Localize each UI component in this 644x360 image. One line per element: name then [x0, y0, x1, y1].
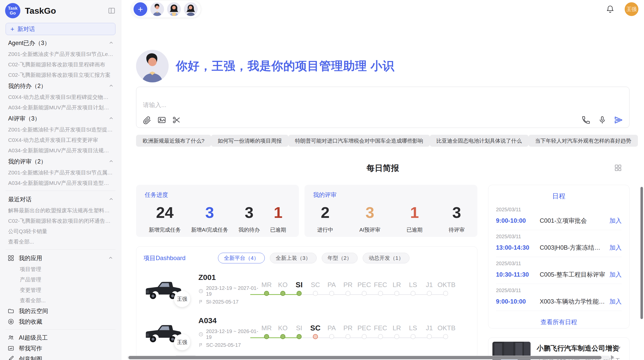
section-header-my-review[interactable]: 我的评审（2）: [5, 156, 116, 167]
schedule-item: 2025/03/11 13:00-14:30 C003|H0B-方案冻结评审 加…: [496, 230, 622, 257]
milestone-node: J1: [421, 323, 437, 342]
sidebar-item-help-me-write[interactable]: 帮我写作: [5, 343, 116, 354]
chevron-up-icon: [108, 197, 114, 202]
milestone-label: J1: [421, 323, 437, 333]
milestone-node: SC: [307, 279, 324, 298]
sidebar-item-my-apps[interactable]: 我的应用: [5, 252, 116, 264]
tab-new-platform[interactable]: 全新平台（4）: [218, 253, 265, 263]
join-meeting-link[interactable]: 加入: [609, 217, 622, 225]
milestone-chain: MR KO SI SC PA PR PEC FEC LR LS J1 OKTB: [258, 279, 470, 298]
sidebar-item[interactable]: A034-全新新能源MUV产品开发项目计划变更表编写: [5, 102, 116, 113]
schedule-title: 日程: [496, 192, 622, 201]
sidebar-item[interactable]: Z001-全新燃油皮卡产品开发项目SI节点Lesson Learn报告: [5, 49, 116, 59]
help-me-write-label: 帮我写作: [19, 344, 42, 352]
stat-label: 进行中: [317, 226, 333, 233]
stat-new-completed: 24 新增完成任务: [149, 203, 181, 233]
send-icon[interactable]: [614, 115, 623, 125]
view-all-schedules-link[interactable]: 查看所有日程: [496, 318, 622, 326]
image-upload-icon[interactable]: [157, 115, 166, 125]
section-header-agent-done[interactable]: Agent已办（3）: [5, 37, 116, 49]
sidebar-item[interactable]: C0X4-动力总成开发项目SI里程碑提交物检查: [5, 92, 116, 102]
sidebar-item-project-mgmt[interactable]: 项目管理: [5, 264, 116, 274]
milestone-node: PA: [324, 279, 340, 298]
agent-avatar-3[interactable]: [184, 2, 198, 16]
scroll-down-arrow-icon[interactable]: [616, 347, 621, 350]
suggestion-chip[interactable]: 比亚迪全固态电池计划具体说了什么: [430, 135, 529, 147]
my-review-title: 我的评审: [313, 191, 469, 199]
sidebar-item-change-mgmt[interactable]: 变更管理: [5, 285, 116, 295]
sidebar-item[interactable]: C02-飞腾新能源轻客改款项目立项汇报方案: [5, 70, 116, 80]
section-header-recent-chats[interactable]: 最近对话: [5, 193, 116, 205]
notification-bell-icon[interactable]: [606, 5, 614, 13]
sidebar-item-view-all-chats[interactable]: 查看全部...: [5, 236, 116, 247]
collapse-sidebar-icon[interactable]: [107, 6, 116, 15]
agent-avatar-2[interactable]: [167, 2, 181, 16]
sidebar-item-cloud-space[interactable]: 我的云空间: [5, 306, 116, 316]
milestone-dot: [345, 334, 350, 339]
tab-powertrain[interactable]: 动总开发（1）: [363, 253, 409, 263]
sidebar-item[interactable]: A034-全新新能源MUV产品开发项目造型可行性评审: [5, 178, 116, 188]
suggestion-chip[interactable]: 当下年轻人对汽车外观有怎样的喜好趋势: [529, 135, 638, 147]
join-meeting-link[interactable]: 加入: [609, 244, 622, 252]
sidebar-item-creative-drawing[interactable]: 创意制图: [5, 354, 116, 360]
greeting-section: 你好，王强，我是你的项目管理助理 小识: [136, 50, 394, 82]
sidebar-item[interactable]: C0X4-动力总成开发项目工程变更评审: [5, 135, 116, 145]
section-header-ai-review[interactable]: AI评审（3）: [5, 113, 116, 124]
sidebar-item[interactable]: A034-全新新能源MUV产品开发项目法规符合性评审: [5, 145, 116, 156]
horizontal-scrollbar-thumb[interactable]: [128, 356, 602, 359]
suggestion-chip[interactable]: 特朗普可能对进口汽车增税会对中国车企造成哪些影响: [288, 135, 430, 147]
project-owner-badge: 王强: [174, 334, 190, 350]
sidebar-item[interactable]: C02-飞腾新能源轻客改款项目里程碑画布: [5, 59, 116, 70]
milestone-label: SI: [291, 279, 307, 290]
tab-new-body[interactable]: 全新上装（3）: [270, 253, 317, 263]
milestone-dot: [443, 291, 448, 296]
scroll-right-arrow-icon[interactable]: [611, 355, 614, 359]
user-avatar[interactable]: 王强: [625, 2, 638, 16]
vertical-scrollbar-thumb[interactable]: [640, 187, 643, 319]
new-chat-button[interactable]: + 新对话: [6, 23, 115, 35]
milestone-node: LR: [389, 323, 405, 342]
pen-icon: [8, 356, 14, 360]
sidebar-item[interactable]: Z001-全新燃油轻卡产品开发项目SI节点属性5D文件评审: [5, 167, 116, 178]
sidebar-item[interactable]: 公司Q3轻卡销量: [5, 226, 116, 236]
tab-model-year[interactable]: 年型（2）: [322, 253, 358, 263]
suggestion-chip[interactable]: 如何写一份清晰的项目周报: [211, 135, 288, 147]
sidebar-item-view-all-apps[interactable]: 查看全部...: [5, 295, 116, 306]
project-daterange: 2023-12-19 ~ 2026-01-19: [198, 328, 258, 340]
microphone-icon[interactable]: [598, 115, 607, 125]
milestone-node: MR: [258, 323, 275, 342]
apps-grid-icon: [8, 255, 14, 261]
schedule-time: 9:00-10:00: [496, 298, 540, 305]
section-title: Agent已办（3）: [8, 39, 50, 47]
section-header-my-todo[interactable]: 我的待办（2）: [5, 80, 116, 92]
daily-brief-header: 每日简报: [136, 161, 630, 175]
sidebar-item[interactable]: Z001-全新燃油轻卡产品开发项目SI造型提交物评审: [5, 124, 116, 135]
chevron-up-icon: [108, 83, 114, 89]
phone-call-icon[interactable]: [581, 115, 591, 125]
agent-avatar-1[interactable]: [150, 2, 164, 16]
attachment-icon[interactable]: [142, 115, 152, 125]
suggestion-chip[interactable]: 欧洲新规最近颁布了什么?: [136, 135, 211, 147]
message-input[interactable]: [143, 101, 439, 113]
daily-brief-title: 每日简报: [136, 161, 630, 175]
milestone-node: FEC: [372, 323, 389, 342]
milestone-dot: [443, 334, 448, 339]
sidebar-item-product-mgmt[interactable]: 产品管理: [5, 274, 116, 285]
milestone-label: SI: [291, 323, 307, 333]
task-progress-title: 任务进度: [145, 191, 290, 199]
join-meeting-link[interactable]: 加入: [609, 297, 622, 306]
sidebar-item-ai-super-staff[interactable]: AI超级员工: [5, 332, 116, 343]
sidebar-item[interactable]: 解释最新出台的欧盟报废车法规再生塑料比例被调至15%...: [5, 205, 116, 216]
horizontal-scrollbar-track[interactable]: [127, 356, 610, 359]
stat-my-todo: 3 我的待办: [239, 203, 260, 233]
milestone-chain: MR KO SI SC PA PR PEC FEC LR LS J1 OKTB: [258, 323, 470, 342]
join-meeting-link[interactable]: 加入: [609, 271, 622, 279]
sidebar-item-favorites[interactable]: 我的收藏: [5, 316, 116, 327]
scissors-icon[interactable]: [172, 115, 181, 125]
layout-grid-icon[interactable]: [614, 164, 622, 172]
project-row-z001[interactable]: 王强 Z001 2023-12-19 ~ 2027-01-19 SI-2025-…: [143, 271, 470, 307]
chevron-up-icon: [108, 40, 114, 46]
sidebar-item[interactable]: C02-飞腾新能源轻客改款项目的闭环通告反馈情况: [5, 216, 116, 226]
add-agent-button[interactable]: +: [134, 2, 147, 16]
project-row-a034[interactable]: 王强 A034 2023-12-19 ~ 2026-01-19 SC-2025-…: [143, 314, 470, 350]
